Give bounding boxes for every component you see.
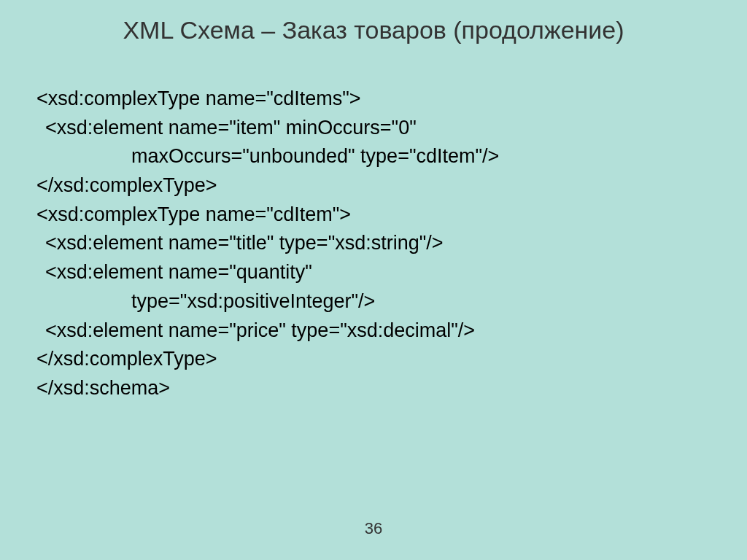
page-number: 36 (0, 519, 747, 538)
code-line-4: </xsd:complexType> (36, 171, 747, 201)
code-line-9: <xsd:element name="price" type="xsd:deci… (36, 316, 747, 346)
code-line-7: <xsd:element name="quantity" (36, 258, 747, 287)
code-line-2: <xsd:element name="item" minOccurs="0" (36, 114, 747, 143)
code-line-10: </xsd:complexType> (36, 345, 747, 374)
slide-title: XML Схема – Заказ товаров (продолжение) (0, 0, 747, 44)
code-line-6: <xsd:element name="title" type="xsd:stri… (36, 229, 747, 258)
code-line-11: </xsd:schema> (36, 374, 747, 403)
code-line-3: maxOccurs="unbounded" type="cdItem"/> (36, 142, 747, 171)
code-line-8: type="xsd:positiveInteger"/> (36, 287, 747, 316)
code-block: <xsd:complexType name="cdItems"> <xsd:el… (0, 44, 747, 403)
code-line-5: <xsd:complexType name="cdItem"> (36, 201, 747, 230)
code-line-1: <xsd:complexType name="cdItems"> (36, 85, 747, 114)
